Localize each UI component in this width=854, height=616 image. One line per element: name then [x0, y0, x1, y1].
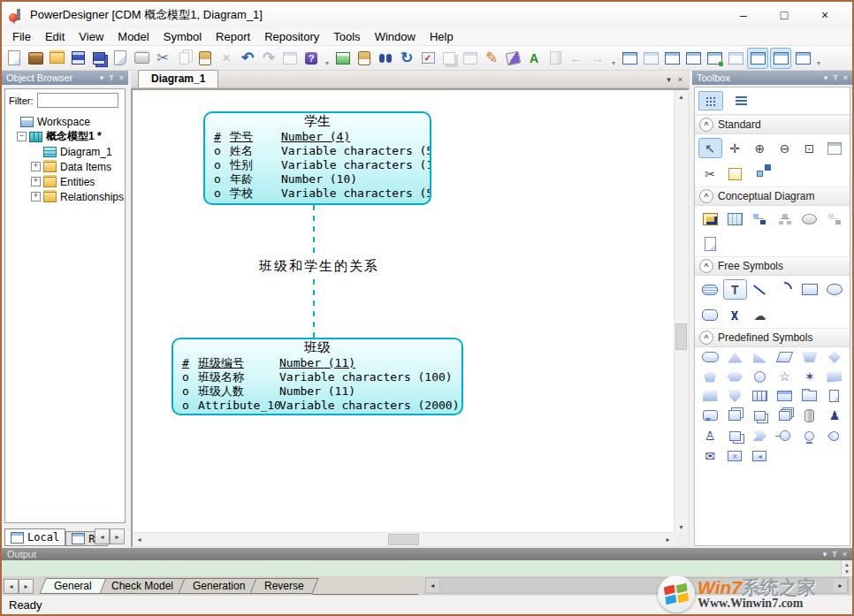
circle-stand-symbol[interactable] — [804, 431, 814, 441]
toolbar-overflow-icon[interactable]: ▾ — [325, 59, 329, 70]
zoom-out-tool[interactable]: ⊖ — [774, 139, 796, 157]
tree-item[interactable]: Diagram_1 — [5, 144, 125, 159]
minimize-button[interactable]: – — [723, 4, 764, 26]
output-tab-generation[interactable]: Generation — [178, 578, 260, 594]
line-tool[interactable] — [749, 280, 771, 299]
double-square-symbol[interactable] — [754, 411, 766, 421]
new-window-icon[interactable] — [333, 49, 353, 68]
scroll-down-icon[interactable]: ▾ — [675, 521, 688, 533]
scroll-left-icon[interactable]: ◂ — [133, 533, 146, 545]
entity-student[interactable]: 学生 #学号Number (4) o姓名Variable characters … — [203, 111, 431, 205]
grabber-tool[interactable]: ✛ — [724, 139, 746, 157]
entity-class[interactable]: 班级 #班级编号Number (11) o班级名称Variable charac… — [172, 338, 463, 415]
link-tool[interactable] — [749, 164, 771, 183]
note-tool[interactable] — [724, 164, 746, 183]
find-objects-icon[interactable] — [376, 49, 395, 68]
pin-icon[interactable]: Ŧ — [109, 73, 114, 82]
undo-icon[interactable]: ↶ — [238, 49, 257, 68]
next-icon[interactable]: → — [588, 49, 607, 68]
tree-expander-icon[interactable]: − — [17, 132, 27, 141]
star6-symbol[interactable]: ✶ — [804, 369, 815, 384]
triangle-symbol[interactable] — [728, 352, 742, 363]
output-scrollbar[interactable]: ▴ ▾ — [841, 560, 852, 576]
vertical-scrollbar[interactable]: ▴ ▾ — [674, 90, 688, 533]
page-symbol[interactable] — [829, 390, 839, 402]
scroll-right-icon[interactable]: ▸ — [110, 529, 125, 544]
tree-item[interactable]: + Relationships — [5, 189, 125, 204]
tree-item[interactable]: + Entities — [5, 174, 125, 189]
scroll-right-icon[interactable]: ▸ — [19, 579, 34, 594]
collapse-icon[interactable]: ^ — [699, 189, 713, 203]
close-icon[interactable]: × — [843, 550, 847, 559]
rounded-rectangle-symbol[interactable] — [702, 352, 719, 362]
zoom-window-icon[interactable] — [747, 48, 768, 69]
output-content[interactable]: ▴ ▾ — [2, 560, 852, 576]
horizontal-scroll-thumb[interactable] — [388, 534, 419, 545]
menu-item[interactable]: Symbol — [156, 28, 209, 45]
print-preview-icon[interactable] — [111, 49, 130, 68]
association-tool[interactable] — [798, 209, 820, 228]
note-shape-tool[interactable] — [699, 280, 721, 299]
trapezoid-symbol[interactable] — [802, 352, 818, 362]
shadow-icon[interactable] — [439, 49, 459, 68]
horizontal-scrollbar[interactable]: ◂ ▸ — [133, 532, 675, 546]
print-icon[interactable] — [132, 49, 151, 68]
output-tab-reverse[interactable]: Reverse — [249, 578, 318, 594]
star-symbol[interactable]: ☆ — [779, 369, 790, 384]
scroll-up-icon[interactable]: ▴ — [845, 561, 849, 568]
menu-item[interactable]: Tools — [326, 28, 367, 45]
browser-tab-local[interactable]: Local — [4, 529, 65, 546]
header-rectangle-symbol[interactable] — [777, 391, 792, 401]
chevron-down-icon[interactable]: ▾ — [824, 73, 828, 82]
collapse-icon[interactable]: ^ — [699, 331, 713, 345]
pennant-symbol[interactable] — [729, 390, 741, 402]
menu-item[interactable]: File — [5, 28, 38, 45]
pin-icon[interactable]: Ŧ — [833, 73, 838, 82]
overlap-squares-symbol[interactable] — [729, 431, 741, 441]
copy-icon[interactable] — [174, 49, 194, 68]
scroll-track[interactable] — [440, 579, 834, 592]
entity-tool[interactable] — [724, 209, 746, 228]
save-icon[interactable] — [68, 49, 88, 68]
paste-shortcut-icon[interactable] — [355, 49, 374, 68]
tree-item[interactable]: − 概念模型1 * — [5, 129, 125, 144]
delete-tool[interactable]: ✂ — [699, 164, 721, 183]
delete-icon[interactable]: × — [217, 49, 236, 68]
section-free-symbols[interactable]: ^ Free Symbols — [695, 256, 850, 276]
new-document-icon[interactable] — [4, 49, 24, 68]
folder-symbol[interactable] — [802, 391, 817, 401]
tree-expander-icon[interactable]: + — [31, 162, 41, 171]
page-window-icon[interactable] — [662, 49, 682, 68]
check-model-icon[interactable] — [418, 49, 438, 68]
font-color-icon[interactable]: A — [524, 49, 544, 68]
tree-expander-icon[interactable]: + — [31, 177, 41, 186]
circle-symbol[interactable] — [754, 371, 766, 383]
node-circle-symbol[interactable] — [780, 430, 790, 441]
diagram-canvas[interactable]: 学生 #学号Number (4) o姓名Variable characters … — [131, 88, 690, 548]
polyline-tool[interactable] — [724, 306, 746, 324]
close-button[interactable]: × — [804, 4, 845, 26]
close-icon[interactable]: × — [119, 73, 124, 82]
pentagon-symbol[interactable] — [704, 371, 716, 383]
envelope-symbol[interactable]: ✉ — [705, 449, 715, 463]
scroll-down-icon[interactable]: ▾ — [845, 568, 849, 575]
tree-expander-icon[interactable]: + — [31, 192, 41, 202]
relationship-label[interactable]: 班级和学生的关系 — [256, 258, 382, 275]
file-tool[interactable] — [699, 234, 721, 253]
cross-rectangle-symbol[interactable] — [728, 451, 742, 461]
refresh-icon[interactable]: ↻ — [397, 49, 416, 68]
split-rectangle-symbol[interactable] — [752, 391, 767, 401]
right-triangle-symbol[interactable] — [753, 352, 766, 363]
chevron-down-icon[interactable]: ▾ — [100, 73, 104, 82]
refresh-window-icon[interactable] — [705, 49, 724, 68]
tree-item[interactable]: Workspace — [5, 114, 125, 129]
output-tab-general[interactable]: General — [39, 578, 106, 594]
flip-icon[interactable] — [545, 49, 565, 68]
drop-symbol[interactable] — [827, 429, 842, 443]
person-symbol[interactable]: ♟ — [829, 408, 841, 422]
output-horizontal-scrollbar[interactable]: ◂ ▸ — [425, 577, 849, 594]
chevron-down-icon[interactable]: ▾ — [823, 550, 827, 559]
scroll-left-icon[interactable]: ◂ — [4, 579, 19, 594]
canvas-surface[interactable]: 学生 #学号Number (4) o姓名Variable characters … — [133, 90, 675, 533]
open-model-icon[interactable] — [47, 49, 66, 68]
